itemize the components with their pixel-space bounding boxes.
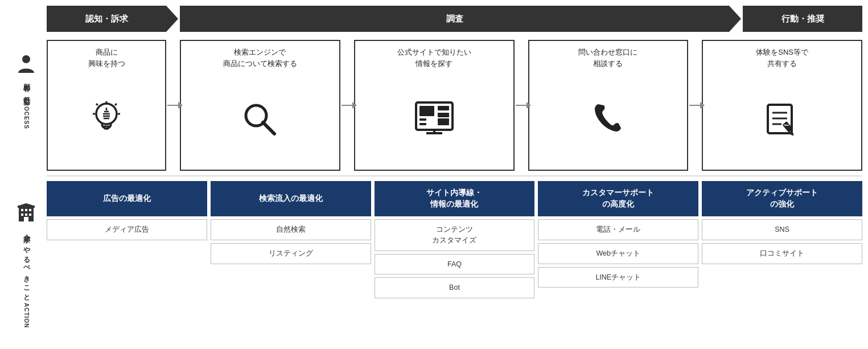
customer-card-4: 問い合わせ窓口に相談する <box>528 40 689 171</box>
search-icon-area <box>241 74 278 164</box>
company-label-area: 企業がやるべきこと ACTION <box>17 176 36 343</box>
header-awareness: 認知・訴求 <box>47 6 166 32</box>
action-items-4: 電話・メール Webチャット LINEチャット <box>538 219 698 288</box>
card-2-text: 検索エンジンで商品について検索する <box>223 47 297 69</box>
customer-card-3: 公式サイトで知りたい情報を探す <box>354 40 515 171</box>
action-item-5-2: 口コミサイト <box>702 243 862 264</box>
process-headers: 認知・訴求 調査 行動・推奨 <box>47 6 862 32</box>
arrow-line-3 <box>516 105 527 106</box>
action-col-4: カスタマーサポートの高度化 電話・メール Webチャット LINEチャット <box>538 181 698 343</box>
svg-rect-2 <box>21 209 23 211</box>
action-item-4-2: Webチャット <box>538 243 698 264</box>
company-action-label: 企業がやるべきこと <box>22 228 31 299</box>
phone-icon <box>593 102 623 136</box>
customer-process-label: 顧客の行動 <box>22 77 31 94</box>
process-label: PROCESS <box>23 97 30 129</box>
action-item-3-3: Bot <box>375 277 535 298</box>
action-item-1-1: メディア広告 <box>47 219 207 240</box>
svg-rect-29 <box>419 123 426 125</box>
svg-rect-7 <box>29 213 31 216</box>
page: 顧客の行動 PROCESS 企業がやるべきこと <box>0 0 868 349</box>
card-4-text: 問い合わせ窓口に相談する <box>578 47 637 69</box>
action-item-3-2: FAQ <box>375 254 535 275</box>
svg-rect-4 <box>29 209 31 211</box>
action-label: ACTION <box>23 303 30 328</box>
action-col-2: 検索流入の最適化 自然検索 リスティング <box>211 181 371 343</box>
svg-point-0 <box>22 55 30 63</box>
arrow-line-2 <box>342 105 353 106</box>
action-item-4-1: 電話・メール <box>538 219 698 240</box>
connector-3 <box>515 105 528 106</box>
action-items-2: 自然検索 リスティング <box>211 219 371 264</box>
search-icon <box>241 101 278 138</box>
action-section: 広告の最適化 メディア広告 検索流入の最適化 自然検索 <box>47 181 862 343</box>
svg-rect-33 <box>438 123 449 125</box>
left-column: 顧客の行動 PROCESS 企業がやるべきこと <box>6 6 47 343</box>
action-header-5: アクティブサポートの強化 <box>702 181 862 216</box>
action-header-1: 広告の最適化 <box>47 181 207 216</box>
svg-rect-28 <box>419 118 426 121</box>
action-item-3-1: コンテンツカスタマイズ <box>375 219 535 251</box>
svg-rect-9 <box>18 206 35 208</box>
action-items-3: コンテンツカスタマイズ FAQ Bot <box>375 219 535 298</box>
action-item-2-2: リスティング <box>211 243 371 264</box>
process-cards: 商品に興味を持つ <box>47 35 862 175</box>
arrow-line-4 <box>689 105 701 106</box>
svg-rect-5 <box>21 213 23 216</box>
svg-rect-8 <box>24 217 28 221</box>
action-header-3: サイト内導線・情報の最適化 <box>375 181 535 216</box>
connector-1 <box>166 105 180 106</box>
header-research: 調査 <box>180 6 729 32</box>
screen-icon <box>415 101 454 137</box>
bulb-icon-area <box>89 74 124 164</box>
phone-icon-area <box>593 74 623 164</box>
screen-icon-area <box>415 74 454 164</box>
building-icon <box>17 203 36 223</box>
process-section: 認知・訴求 調査 行動・推奨 商品に興味を持つ <box>47 6 862 176</box>
svg-rect-32 <box>438 118 449 123</box>
svg-rect-6 <box>25 213 27 216</box>
svg-line-15 <box>96 104 98 105</box>
right-column: 認知・訴求 調査 行動・推奨 商品に興味を持つ <box>47 6 862 343</box>
action-items-5: SNS 口コミサイト <box>702 219 862 264</box>
action-col-5: アクティブサポートの強化 SNS 口コミサイト <box>702 181 862 343</box>
action-item-5-1: SNS <box>702 219 862 240</box>
person-icon <box>16 54 36 74</box>
svg-line-16 <box>115 104 117 105</box>
svg-rect-3 <box>25 209 27 211</box>
connector-4 <box>688 105 702 106</box>
action-item-4-3: LINEチャット <box>538 267 698 288</box>
action-items-1: メディア広告 <box>47 219 207 240</box>
action-header-4: カスタマーサポートの高度化 <box>538 181 698 216</box>
edit-icon-area <box>766 74 799 164</box>
edit-icon <box>766 102 799 136</box>
action-col-1: 広告の最適化 メディア広告 <box>47 181 207 343</box>
card-3-text: 公式サイトで知りたい情報を探す <box>397 47 471 69</box>
card-5-text: 体験をSNS等で共有する <box>756 47 808 69</box>
svg-rect-31 <box>438 113 449 117</box>
svg-marker-10 <box>19 203 34 206</box>
action-header-2: 検索流入の最適化 <box>211 181 371 216</box>
card-1-text: 商品に興味を持つ <box>88 47 125 69</box>
action-col-3: サイト内導線・情報の最適化 コンテンツカスタマイズ FAQ Bot <box>375 181 535 343</box>
bulb-icon <box>89 99 124 139</box>
customer-label-area: 顧客の行動 PROCESS <box>16 6 36 176</box>
customer-card-2: 検索エンジンで商品について検索する <box>180 40 340 171</box>
svg-rect-27 <box>419 106 434 116</box>
action-item-2-1: 自然検索 <box>211 219 371 240</box>
svg-rect-30 <box>438 106 449 110</box>
header-action: 行動・推奨 <box>743 6 862 32</box>
customer-card-5: 体験をSNS等で共有する <box>702 40 862 171</box>
arrow-line-1 <box>167 105 179 106</box>
connector-2 <box>340 105 354 106</box>
svg-line-25 <box>263 122 274 134</box>
customer-card-1: 商品に興味を持つ <box>47 40 166 171</box>
